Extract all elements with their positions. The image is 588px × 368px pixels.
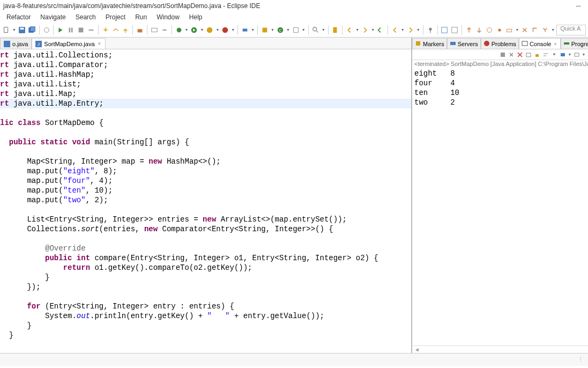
console-icon [522, 40, 528, 48]
code-editor[interactable]: rt java.util.Collections; rt java.util.C… [0, 49, 411, 353]
console-scrollbar[interactable]: ◄ [412, 345, 588, 353]
editor-tab-inactive[interactable]: o.java [0, 38, 32, 49]
menu-help[interactable]: Help [185, 12, 207, 22]
run-icon[interactable] [190, 25, 199, 35]
svg-text:C: C [279, 28, 281, 32]
coverage-dropdown[interactable]: ▼ [215, 28, 219, 32]
class-dropdown[interactable]: ▼ [286, 28, 290, 32]
forward-icon[interactable] [406, 25, 415, 35]
stop-icon[interactable] [77, 25, 85, 35]
scroll-left-icon[interactable]: ◄ [414, 347, 420, 352]
pin-icon[interactable] [426, 25, 435, 35]
annotation-next-icon[interactable] [361, 25, 369, 35]
open-console-icon[interactable] [573, 51, 580, 58]
git-reset-icon[interactable] [520, 25, 529, 35]
git-push-icon[interactable] [465, 25, 473, 35]
svg-rect-10 [79, 27, 84, 32]
quick-access-input[interactable]: Quick A [556, 25, 586, 35]
status-separator: ⋮ [578, 356, 584, 363]
search-dropdown[interactable]: ▼ [322, 28, 325, 32]
run-dropdown[interactable]: ▼ [200, 28, 204, 32]
search-icon[interactable] [311, 25, 320, 35]
tab-problems[interactable]: Problems [481, 38, 519, 49]
git-rebase-icon[interactable] [531, 25, 539, 35]
tab-servers[interactable]: Servers [447, 38, 481, 49]
build-icon[interactable] [136, 25, 144, 35]
server-dropdown[interactable]: ▼ [251, 28, 255, 32]
save-icon[interactable] [18, 25, 26, 35]
svg-point-13 [176, 27, 181, 32]
debug-icon[interactable] [175, 25, 183, 35]
open-task-icon[interactable] [292, 25, 300, 35]
new-server-icon[interactable] [241, 25, 249, 35]
new-icon[interactable] [2, 25, 11, 35]
coverage-icon[interactable] [205, 25, 214, 35]
clear-console-icon[interactable] [525, 51, 532, 58]
ann-next-dropdown[interactable]: ▼ [371, 28, 375, 32]
link-editor-icon[interactable] [160, 25, 169, 35]
perspective-debug-icon[interactable] [450, 25, 459, 35]
step-into-icon[interactable] [101, 25, 110, 35]
external-dropdown[interactable]: ▼ [231, 28, 235, 32]
run-last-icon[interactable] [56, 25, 65, 35]
debug-dropdown[interactable]: ▼ [184, 28, 188, 32]
menu-search[interactable]: Search [71, 12, 100, 22]
close-tab-icon[interactable]: × [97, 41, 102, 47]
menu-refactor[interactable]: Refactor [2, 12, 35, 22]
display-console-icon[interactable] [559, 51, 567, 58]
back-icon[interactable] [391, 25, 399, 35]
external-tools-icon[interactable] [221, 25, 229, 35]
git-dropdown[interactable]: ▼ [515, 28, 519, 32]
git-commit-icon[interactable] [495, 25, 504, 35]
step-over-icon[interactable] [111, 25, 120, 35]
step-return-icon[interactable] [121, 25, 130, 35]
menu-navigate[interactable]: Navigate [36, 12, 70, 22]
git-pull-icon[interactable] [475, 25, 483, 35]
svg-rect-31 [4, 41, 10, 47]
suspend-icon[interactable] [66, 25, 75, 35]
close-view-icon[interactable]: × [553, 41, 557, 47]
toggle-mark-icon[interactable] [331, 25, 340, 35]
new-dropdown[interactable]: ▼ [12, 28, 16, 32]
svg-rect-26 [442, 27, 448, 33]
debug-skip-icon[interactable] [42, 25, 51, 35]
last-edit-icon[interactable] [376, 25, 385, 35]
java-file-icon [4, 41, 10, 47]
back-dropdown[interactable]: ▼ [401, 28, 405, 32]
remove-launch-icon[interactable] [508, 51, 515, 58]
scroll-lock-icon[interactable] [533, 51, 541, 58]
git-merge-dropdown[interactable]: ▼ [551, 28, 555, 32]
open-type-icon[interactable] [150, 25, 159, 35]
right-pane: Markers Servers Problems Console × Progr… [412, 38, 588, 353]
pin-console-icon[interactable] [550, 51, 558, 58]
git-stash-icon[interactable] [505, 25, 514, 35]
tab-markers[interactable]: Markers [412, 38, 447, 49]
open-console-dropdown[interactable]: ▼ [582, 53, 586, 56]
annotation-prev-icon[interactable] [345, 25, 354, 35]
disconnect-icon[interactable] [87, 25, 95, 35]
remove-all-icon[interactable] [516, 51, 524, 58]
git-fetch-icon[interactable] [485, 25, 494, 35]
terminate-icon[interactable] [499, 51, 507, 58]
editor-tab-active[interactable]: J SortMapDemo.java × [32, 38, 106, 49]
tab-console[interactable]: Console × [519, 38, 561, 49]
svg-point-16 [207, 27, 213, 33]
git-merge-icon[interactable] [541, 25, 549, 35]
tab-progress[interactable]: Progress [561, 38, 588, 49]
save-all-icon[interactable] [28, 25, 36, 35]
menu-window[interactable]: Window [152, 12, 184, 22]
console-output[interactable]: eight 8 four 4 ten 10 two 2 [412, 68, 588, 345]
package-dropdown[interactable]: ▼ [271, 28, 274, 32]
menu-run[interactable]: Run [131, 12, 151, 22]
display-dropdown[interactable]: ▼ [568, 53, 572, 56]
window-title: java-8-features/src/main/java/com/javate… [3, 2, 260, 10]
new-class-icon[interactable]: C [276, 25, 285, 35]
minimize-button[interactable]: ─ [572, 2, 585, 10]
new-package-icon[interactable] [260, 25, 269, 35]
forward-dropdown[interactable]: ▼ [416, 28, 420, 32]
ann-prev-dropdown[interactable]: ▼ [355, 28, 359, 32]
menu-project[interactable]: Project [101, 12, 130, 22]
word-wrap-icon[interactable] [542, 51, 549, 58]
perspective-java-icon[interactable] [440, 25, 449, 35]
task-dropdown[interactable]: ▼ [302, 28, 306, 32]
